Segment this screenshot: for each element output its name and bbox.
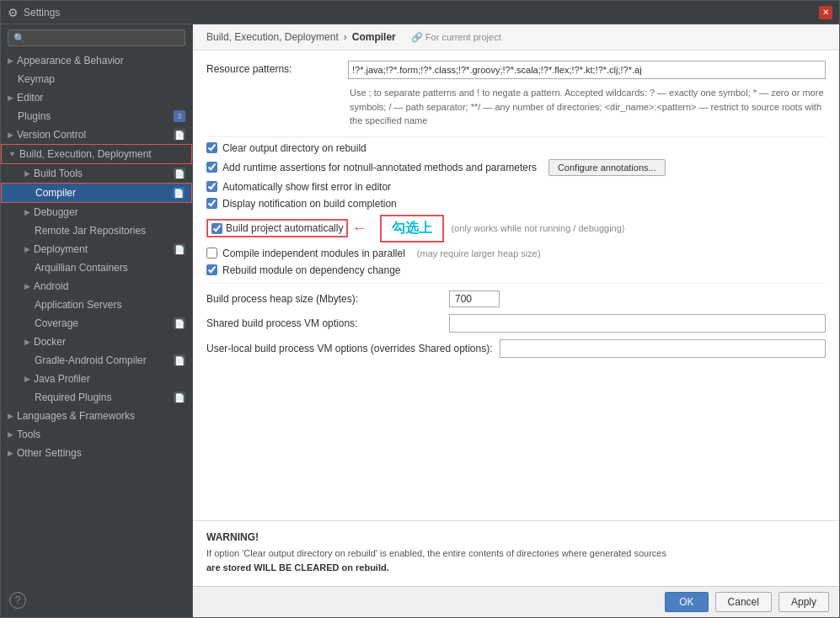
sidebar-item-label: Debugger (34, 206, 78, 218)
search-input[interactable] (29, 32, 179, 44)
chevron-icon: ▶ (24, 208, 30, 216)
sidebar: 🔍 ▶ Appearance & Behavior Keymap ▶ Edito… (1, 24, 193, 617)
search-icon: 🔍 (13, 33, 25, 44)
sidebar-item-arquillian[interactable]: Arquillian Containers (1, 258, 192, 277)
heap-input[interactable]: 700 (449, 290, 500, 307)
runtime-assertions-label[interactable]: Add runtime assertions for notnull-annot… (222, 162, 537, 173)
resource-patterns-input[interactable]: !?*.java;!?*.form;!?*.class;!?*.groovy;!… (348, 61, 826, 79)
sidebar-item-plugins[interactable]: Plugins 3 (1, 107, 192, 125)
clear-output-label[interactable]: Clear output directory on rebuild (222, 142, 366, 154)
clear-output-row: Clear output directory on rebuild (206, 142, 826, 154)
warning-line1: If option 'Clear output directory on reb… (206, 548, 666, 558)
sidebar-item-other-settings[interactable]: ▶ Other Settings (1, 444, 192, 462)
compile-parallel-checkbox[interactable] (206, 248, 217, 258)
sidebar-item-android[interactable]: ▶ Android (1, 277, 192, 296)
coverage-badge: 📄 (174, 317, 185, 329)
title-bar: ⚙ Settings ✕ (1, 1, 839, 24)
sidebar-item-label: Appearance & Behavior (17, 55, 124, 67)
sidebar-item-app-servers[interactable]: Application Servers (1, 296, 192, 314)
ok-button[interactable]: OK (665, 592, 708, 612)
build-auto-row: Build project automatically ← 勾选上 (only … (206, 215, 826, 242)
sidebar-item-build-execution[interactable]: ▼ Build, Execution, Deployment (1, 144, 192, 164)
sidebar-item-gradle-android[interactable]: Gradle-Android Compiler 📄 (1, 351, 192, 370)
breadcrumb-parent: Build, Execution, Deployment (206, 31, 339, 43)
settings-window: ⚙ Settings ✕ 🔍 ▶ Appearance & Behavior K… (0, 0, 840, 618)
chevron-icon: ▶ (8, 93, 13, 102)
sidebar-item-label: Gradle-Android Compiler (24, 354, 147, 366)
plugins-badge: 3 (174, 110, 185, 122)
sidebar-item-label: Remote Jar Repositories (24, 225, 146, 237)
sidebar-item-label: Keymap (8, 73, 55, 85)
chevron-icon: ▼ (8, 150, 16, 158)
build-auto-checkbox[interactable] (211, 223, 222, 234)
runtime-assertions-checkbox[interactable] (206, 162, 217, 173)
show-first-error-label[interactable]: Automatically show first error in editor (222, 181, 391, 193)
warning-body: If option 'Clear output directory on reb… (206, 546, 826, 576)
compile-parallel-label[interactable]: Compile independent modules in parallel (222, 248, 405, 259)
sidebar-item-appearance[interactable]: ▶ Appearance & Behavior (1, 51, 192, 70)
required-plugins-badge: 📄 (174, 392, 185, 403)
compiler-badge: 📄 (173, 187, 185, 199)
sidebar-item-coverage[interactable]: Coverage 📄 (1, 314, 192, 333)
sidebar-item-tools[interactable]: ▶ Tools (1, 425, 192, 444)
sidebar-item-keymap[interactable]: Keymap (1, 70, 192, 88)
settings-title-icon: ⚙ (8, 6, 19, 19)
breadcrumb: Build, Execution, Deployment › Compiler … (193, 24, 839, 51)
display-notification-checkbox[interactable] (206, 198, 217, 209)
sidebar-item-label: Build Tools (34, 168, 83, 179)
sidebar-item-label: Docker (34, 336, 66, 348)
sidebar-item-java-profiler[interactable]: ▶ Java Profiler (1, 370, 192, 388)
build-auto-label[interactable]: Build project automatically (226, 222, 343, 234)
close-button[interactable]: ✕ (819, 6, 832, 19)
compile-parallel-note: (may require larger heap size) (417, 248, 541, 258)
sidebar-item-debugger[interactable]: ▶ Debugger (1, 203, 192, 221)
version-control-badge: 📄 (174, 129, 185, 141)
rebuild-dependency-row: Rebuild module on dependency change (206, 264, 826, 276)
sidebar-item-label: Tools (17, 429, 40, 440)
sidebar-item-label: Build, Execution, Deployment (19, 148, 152, 160)
sidebar-item-label: Java Profiler (34, 373, 90, 385)
configure-annotations-button[interactable]: Configure annotations... (548, 159, 666, 176)
sidebar-item-label: Required Plugins (24, 392, 111, 403)
shared-vm-input[interactable] (449, 314, 826, 333)
chevron-icon: ▶ (24, 169, 30, 178)
chevron-icon: ▶ (24, 338, 30, 346)
user-local-vm-label: User-local build process VM options (ove… (206, 343, 493, 354)
sidebar-item-compiler[interactable]: Compiler 📄 (1, 183, 192, 203)
chevron-icon: ▶ (8, 131, 13, 139)
user-local-vm-input[interactable] (500, 339, 827, 358)
chevron-icon: ▶ (24, 282, 30, 290)
build-auto-note: (only works while not running / debuggin… (451, 223, 624, 233)
help-icon[interactable]: ? (9, 592, 26, 609)
sidebar-item-label: Version Control (17, 129, 86, 141)
rebuild-dependency-label[interactable]: Rebuild module on dependency change (222, 264, 401, 276)
rebuild-dependency-checkbox[interactable] (206, 264, 217, 275)
clear-output-checkbox[interactable] (206, 142, 217, 153)
display-notification-row: Display notification on build completion (206, 198, 826, 210)
chevron-icon: ▶ (24, 245, 30, 253)
content-area: 🔍 ▶ Appearance & Behavior Keymap ▶ Edito… (1, 24, 839, 617)
cancel-button[interactable]: Cancel (715, 592, 772, 612)
settings-body: Resource patterns: !?*.java;!?*.form;!?*… (193, 51, 839, 520)
show-first-error-checkbox[interactable] (206, 181, 217, 192)
window-title: Settings (24, 7, 814, 19)
show-first-error-row: Automatically show first error in editor (206, 181, 826, 193)
display-notification-label[interactable]: Display notification on build completion (222, 198, 397, 210)
sidebar-item-editor[interactable]: ▶ Editor (1, 88, 192, 107)
sidebar-item-build-tools[interactable]: ▶ Build Tools 📄 (1, 164, 192, 183)
sidebar-item-remote-jar[interactable]: Remote Jar Repositories (1, 221, 192, 240)
apply-button[interactable]: Apply (778, 592, 829, 612)
sidebar-item-required-plugins[interactable]: Required Plugins 📄 (1, 388, 192, 407)
sidebar-item-version-control[interactable]: ▶ Version Control 📄 (1, 125, 192, 144)
runtime-assertions-row: Add runtime assertions for notnull-annot… (206, 159, 826, 176)
annotation-bubble: 勾选上 (380, 215, 444, 242)
sidebar-item-label: Compiler (25, 187, 76, 199)
sidebar-item-deployment[interactable]: ▶ Deployment 📄 (1, 240, 192, 258)
chevron-icon: ▶ (8, 412, 13, 420)
sidebar-item-docker[interactable]: ▶ Docker (1, 333, 192, 351)
sidebar-item-languages[interactable]: ▶ Languages & Frameworks (1, 407, 192, 425)
compile-parallel-row: Compile independent modules in parallel … (206, 248, 826, 259)
chevron-icon: ▶ (8, 430, 13, 439)
sidebar-item-label: Deployment (34, 243, 88, 255)
bottom-bar: OK Cancel Apply (193, 586, 839, 617)
